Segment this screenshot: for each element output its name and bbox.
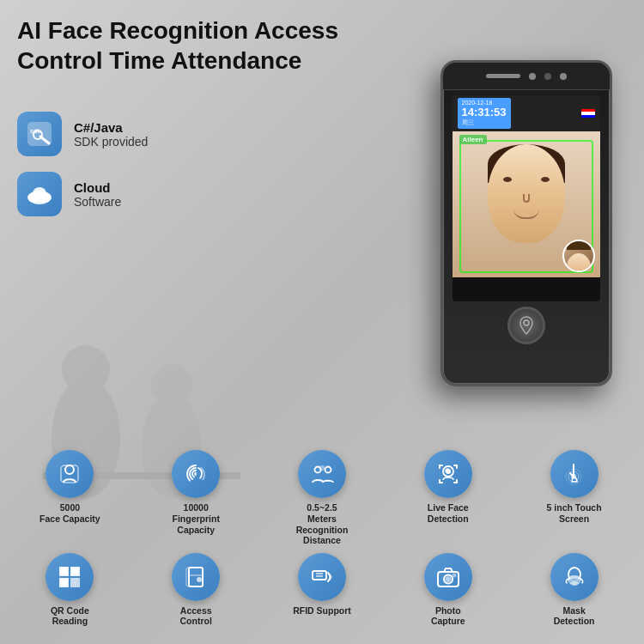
photo-capture-label: Photo Capture [417, 605, 479, 627]
recognition-distance-label: 0.5~2.5 MetersRecognition Distance [291, 502, 353, 545]
feature-cloud-text: Cloud Software [74, 180, 121, 209]
sensor-dot-2 [544, 73, 551, 80]
mask-detection-label: Mask Detection [544, 605, 605, 627]
svg-rect-34 [189, 568, 203, 586]
recognition-distance-icon [309, 461, 335, 487]
svg-point-14 [65, 465, 74, 474]
access-control-icon-circle [172, 553, 220, 601]
cloud-icon-bg [17, 172, 62, 216]
feature-qr-code: QR Code Reading [9, 553, 131, 627]
device-body: 2020-12-18 14:31:53 周三 [440, 60, 612, 386]
svg-rect-27 [73, 569, 77, 574]
cloud-line1: Cloud [74, 180, 121, 195]
sdk-icon: sdk [25, 119, 54, 149]
sensor-bar [486, 74, 520, 78]
face-capacity-icon [57, 461, 82, 487]
fingerprint-icon [516, 315, 537, 336]
svg-rect-31 [76, 579, 79, 581]
feature-access-control: Access Control [135, 553, 258, 627]
sensor-dot-3 [560, 73, 567, 80]
feature-mask-detection: Mask Detection [513, 553, 635, 627]
svg-rect-25 [62, 569, 66, 574]
device-image: 2020-12-18 14:31:53 周三 [434, 60, 618, 386]
face-display: Aileen [453, 131, 600, 277]
main-title-line2: Control Time Attendance [17, 46, 352, 76]
svg-rect-33 [76, 583, 79, 586]
svg-point-17 [325, 467, 331, 473]
screen-time: 14:31:53 [462, 106, 507, 118]
device-screen: 2020-12-18 14:31:53 周三 [453, 95, 600, 301]
svg-point-21 [572, 475, 575, 478]
screen-day: 周三 [462, 118, 507, 127]
svg-rect-37 [313, 571, 326, 580]
svg-point-18 [319, 466, 324, 471]
svg-rect-32 [71, 584, 74, 586]
face-capacity-label: 5000Face Capacity [39, 502, 100, 524]
fingerprint-capacity-icon [183, 461, 209, 487]
sdk-line2: SDK provided [74, 135, 148, 149]
svg-point-1 [62, 345, 110, 393]
svg-point-42 [446, 577, 450, 581]
qr-code-label: QR Code Reading [39, 605, 100, 627]
qr-code-icon [57, 564, 82, 590]
cloud-icon [24, 179, 55, 210]
svg-point-20 [447, 470, 450, 473]
sdk-line1: C#/Java [74, 120, 148, 135]
fingerprint-capacity-icon-circle [172, 450, 220, 498]
live-face-icon [435, 461, 461, 487]
live-face-label: Live Face Detection [417, 502, 479, 524]
feature-photo-capture: Photo Capture [386, 553, 509, 627]
feature-sdk: sdk C#/Java SDK provided [17, 112, 292, 156]
qr-code-icon-circle [46, 553, 94, 601]
feature-rfid: RFID Support [261, 553, 384, 627]
touch-screen-icon-circle [550, 450, 598, 498]
thumb-hair [567, 241, 591, 250]
screen-header: 2020-12-18 14:31:53 周三 [453, 95, 600, 131]
flag-icon [581, 109, 595, 118]
feature-live-face: Live Face Detection [386, 450, 509, 545]
features-icons-grid: 5000Face Capacity 10000Fingerprint Capac… [9, 450, 635, 627]
feature-fingerprint: 10000Fingerprint Capacity [135, 450, 258, 545]
cloud-line2: Software [74, 195, 121, 209]
svg-point-3 [151, 364, 192, 405]
mask-detection-icon [562, 564, 587, 590]
main-content: AI Face Recognition Access Control Time … [0, 0, 644, 644]
touch-screen-icon [562, 461, 587, 487]
live-face-icon-circle [424, 450, 472, 498]
feature-touch-screen: 5 inch Touch Screen [513, 450, 635, 545]
svg-point-43 [453, 574, 455, 576]
feature-sdk-text: C#/Java SDK provided [74, 120, 148, 149]
main-title-line1: AI Face Recognition Access [17, 15, 352, 46]
feature-cloud: Cloud Software [17, 172, 292, 216]
device-sensors [443, 63, 610, 90]
svg-point-12 [33, 187, 46, 199]
face-capacity-icon-circle [46, 450, 94, 498]
photo-capture-icon-circle [424, 553, 472, 601]
title-section: AI Face Recognition Access Control Time … [17, 15, 352, 76]
screen-date: 2020-12-18 [462, 100, 507, 106]
rfid-icon-circle [298, 553, 346, 601]
svg-point-36 [197, 578, 201, 581]
thumb-face [567, 253, 591, 272]
rfid-label: RFID Support [293, 605, 351, 617]
recognition-distance-icon-circle [298, 450, 346, 498]
screen-time-block: 2020-12-18 14:31:53 周三 [458, 98, 511, 129]
feature-recognition-distance: 0.5~2.5 MetersRecognition Distance [261, 450, 384, 545]
rfid-icon [309, 564, 335, 590]
svg-rect-30 [71, 579, 75, 582]
svg-rect-29 [62, 580, 66, 585]
features-list: sdk C#/Java SDK provided [17, 112, 292, 232]
access-control-icon [183, 564, 209, 590]
fingerprint-button[interactable] [507, 307, 545, 344]
access-control-label: Access Control [165, 605, 227, 627]
thumb-photo [562, 240, 595, 272]
touch-screen-label: 5 inch Touch Screen [544, 502, 605, 524]
face-name-badge: Aileen [459, 135, 487, 144]
photo-capture-icon [435, 564, 461, 590]
feature-face-capacity: 5000Face Capacity [9, 450, 131, 545]
sensor-dot-1 [529, 73, 536, 80]
fingerprint-capacity-label: 10000Fingerprint Capacity [165, 502, 227, 535]
mask-detection-icon-circle [550, 553, 598, 601]
sdk-icon-bg: sdk [17, 112, 62, 156]
